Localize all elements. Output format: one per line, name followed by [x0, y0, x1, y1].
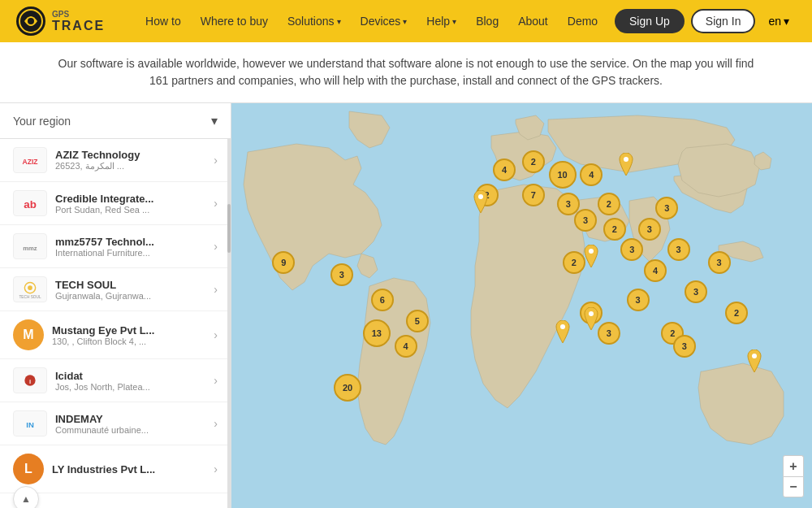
logo[interactable]: GPS TRACE [16, 7, 105, 36]
partner-arrow-icon: › [214, 240, 218, 253]
svg-text:IN: IN [26, 420, 34, 429]
scroll-up-button[interactable]: ▲ [13, 486, 39, 508]
sidebar-collapse-icon[interactable]: ▾ [211, 113, 218, 128]
partner-location: International Furniture... [55, 248, 205, 258]
nav-actions: Sign Up Sign In en ▾ [615, 9, 796, 33]
svg-point-12 [28, 285, 32, 290]
partner-name: LY Industries Pvt L... [52, 463, 205, 475]
logo-trace: TRACE [52, 19, 105, 33]
nav-demo[interactable]: Demo [559, 10, 606, 33]
svg-text:mmz: mmz [23, 245, 37, 252]
svg-text:TECH SOUL: TECH SOUL [19, 295, 41, 299]
partner-arrow-icon: › [214, 197, 218, 210]
list-item[interactable]: L LY Industries Pvt L... › [0, 445, 231, 493]
list-item[interactable]: IN INDEMAY Communauté urbaine... › [0, 402, 231, 445]
zoom-out-button[interactable]: − [783, 476, 804, 497]
partner-arrow-icon: › [214, 417, 218, 430]
signin-button[interactable]: Sign In [691, 9, 756, 33]
svg-point-2 [28, 18, 34, 24]
partner-sidebar: Your region ▾ AZIZ AZIZ Technology المكر… [0, 103, 231, 508]
solutions-chevron-icon: ▾ [337, 17, 341, 26]
partner-info: mmz5757 Technol... International Furnitu… [55, 236, 205, 258]
partner-info: Mustang Eye Pvt L... 130, , Clifton Bloc… [52, 324, 205, 346]
scrollbar-thumb[interactable] [227, 204, 231, 253]
partner-logo: TECH SOUL [13, 276, 47, 302]
partner-name: INDEMAY [55, 413, 205, 425]
partner-info: LY Industries Pvt L... [52, 463, 205, 475]
partner-info: TECH SOUL Gujranwala, Gujranwa... [55, 279, 205, 301]
partner-name: mmz5757 Technol... [55, 236, 205, 248]
nav-blog[interactable]: Blog [468, 10, 507, 33]
world-map [231, 103, 812, 508]
partner-avatar: L [13, 454, 44, 484]
partner-logo: ab [13, 190, 47, 216]
partner-location: Communauté urbaine... [55, 425, 205, 435]
partner-list: AZIZ AZIZ Technology المكرمة ,26523 ... … [0, 139, 231, 508]
partner-avatar: M [13, 319, 44, 350]
list-item[interactable]: mmz mmz5757 Technol... International Fur… [0, 225, 231, 268]
partner-arrow-icon: › [214, 283, 218, 296]
partner-logo: i [13, 367, 47, 393]
logo-icon [16, 7, 45, 36]
list-item[interactable]: M Mustang Eye Pvt L... 130, , Clifton Bl… [0, 311, 231, 359]
partner-name: Credible Integrate... [55, 193, 205, 205]
language-selector[interactable]: en ▾ [762, 11, 796, 31]
nav-howto[interactable]: How to [137, 10, 189, 33]
partner-location: Gujranwala, Gujranwa... [55, 291, 205, 301]
scrollbar[interactable] [227, 139, 231, 508]
map-container[interactable]: 9 3 6 5 13 4 20 2 4 2 7 10 4 3 3 2 [231, 103, 812, 508]
partner-arrow-icon: › [214, 462, 218, 475]
partner-info: AZIZ Technology المكرمة ,26523 ... [55, 149, 205, 172]
main-nav: How to Where to buy Solutions ▾ Devices … [137, 10, 615, 33]
partner-logo: mmz [13, 233, 47, 259]
nav-wheretobuy[interactable]: Where to buy [192, 10, 276, 33]
partner-info: INDEMAY Communauté urbaine... [55, 413, 205, 435]
svg-text:AZIZ: AZIZ [22, 158, 37, 166]
partner-logo: IN [13, 410, 47, 436]
partner-location: Port Sudan, Red Sea ... [55, 205, 205, 215]
svg-text:ab: ab [24, 198, 37, 211]
partner-name: Mustang Eye Pvt L... [52, 324, 205, 336]
partner-name: Icidat [55, 370, 205, 382]
partner-arrow-icon: › [214, 154, 218, 167]
lang-label: en [768, 15, 781, 28]
nav-solutions[interactable]: Solutions ▾ [279, 10, 349, 33]
partner-info: Credible Integrate... Port Sudan, Red Se… [55, 193, 205, 215]
partner-arrow-icon: › [214, 374, 218, 387]
list-item[interactable]: ab Credible Integrate... Port Sudan, Red… [0, 182, 231, 225]
partner-name: TECH SOUL [55, 279, 205, 291]
partner-location: المكرمة ,26523 ... [55, 161, 205, 172]
region-label: Your region [13, 115, 71, 128]
list-item[interactable]: TECH SOUL TECH SOUL Gujranwala, Gujranwa… [0, 268, 231, 311]
signup-button[interactable]: Sign Up [615, 9, 685, 33]
partner-arrow-icon: › [214, 328, 218, 341]
header: GPS TRACE How to Where to buy Solutions … [0, 0, 812, 42]
partner-info: Icidat Jos, Jos North, Platea... [55, 370, 205, 392]
devices-chevron-icon: ▾ [403, 17, 407, 26]
nav-devices[interactable]: Devices ▾ [352, 10, 416, 33]
banner-text: Our software is available worldwide, how… [0, 42, 812, 103]
zoom-in-button[interactable]: + [783, 455, 804, 476]
main-content: Your region ▾ AZIZ AZIZ Technology المكر… [0, 103, 812, 508]
nav-about[interactable]: About [510, 10, 556, 33]
partner-name: AZIZ Technology [55, 149, 205, 161]
svg-text:i: i [29, 378, 31, 385]
logo-gps: GPS [52, 10, 105, 19]
help-chevron-icon: ▾ [452, 17, 456, 26]
nav-help[interactable]: Help ▾ [418, 10, 464, 33]
lang-chevron-icon: ▾ [784, 15, 789, 28]
partner-location: 130, , Clifton Block 4, ... [52, 336, 205, 346]
partner-location: Jos, Jos North, Platea... [55, 382, 205, 392]
list-item[interactable]: i Icidat Jos, Jos North, Platea... › [0, 359, 231, 402]
list-item[interactable]: AZIZ AZIZ Technology المكرمة ,26523 ... … [0, 139, 231, 182]
map-controls: + − [783, 455, 804, 497]
partner-logo: AZIZ [13, 147, 47, 173]
sidebar-header: Your region ▾ [0, 103, 231, 139]
